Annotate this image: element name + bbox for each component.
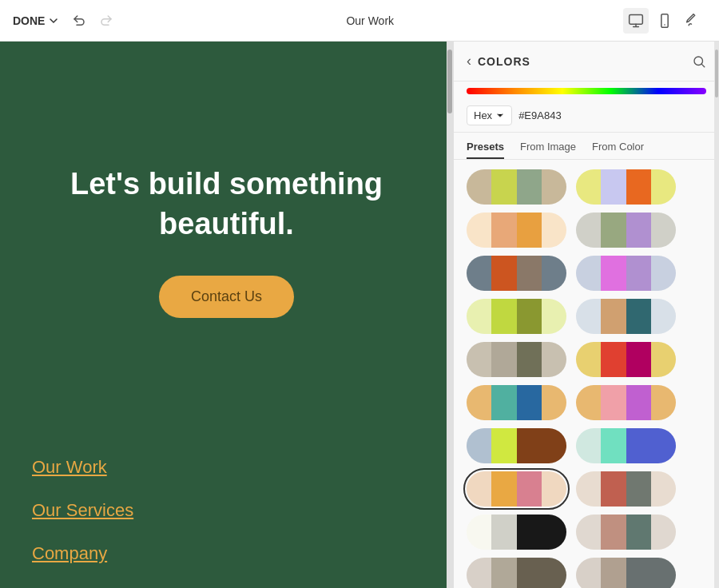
palette-strip-left-4[interactable] xyxy=(467,342,566,377)
tab-from-image[interactable]: From Image xyxy=(520,141,576,159)
palette-color xyxy=(626,428,651,463)
palette-color xyxy=(601,558,626,588)
swatch-row xyxy=(467,256,706,291)
done-button[interactable]: DONE xyxy=(13,14,59,27)
color-tabs: Presets From Image From Color xyxy=(454,133,719,160)
palette-color xyxy=(651,213,676,248)
redo-button[interactable] xyxy=(96,10,117,31)
right-panel-scrollbar[interactable] xyxy=(714,42,719,588)
palette-strip-right-9[interactable] xyxy=(576,558,676,588)
palette-color xyxy=(651,299,676,334)
nav-link-company[interactable]: Company xyxy=(32,543,421,564)
hex-value-display[interactable]: #E9A843 xyxy=(518,109,562,121)
mobile-view-button[interactable] xyxy=(652,8,677,34)
palette-strip-right-7[interactable] xyxy=(576,471,676,507)
palette-color xyxy=(601,256,626,291)
palette-color xyxy=(576,558,601,588)
svg-point-2 xyxy=(664,24,665,26)
palette-color xyxy=(626,169,651,205)
palette-color xyxy=(576,385,601,420)
color-format-select[interactable]: Hex xyxy=(467,105,512,125)
hero-title: Let's build something beautiful. xyxy=(51,165,403,244)
nav-link-our-services[interactable]: Our Services xyxy=(32,500,421,521)
palette-strip-left-5[interactable] xyxy=(467,385,566,420)
back-button[interactable]: ‹ xyxy=(467,53,471,70)
palette-strip-left-2[interactable] xyxy=(467,256,566,291)
palette-strip-right-3[interactable] xyxy=(576,299,676,334)
palette-color xyxy=(517,514,542,550)
search-icon xyxy=(692,54,706,69)
palette-color xyxy=(576,428,601,463)
palette-color xyxy=(542,428,566,463)
search-button[interactable] xyxy=(692,54,706,69)
swatch-row xyxy=(467,385,706,420)
palette-strip-left-6[interactable] xyxy=(467,428,566,463)
gradient-bar[interactable] xyxy=(467,88,706,94)
palette-color xyxy=(576,213,601,248)
palette-color xyxy=(651,471,676,507)
palette-strip-right-1[interactable] xyxy=(576,213,676,248)
palette-strip-right-0[interactable] xyxy=(576,169,676,205)
palette-color xyxy=(491,213,516,248)
palette-color xyxy=(601,213,626,248)
swatch-row xyxy=(467,299,706,334)
palette-color xyxy=(542,299,566,334)
undo-button[interactable] xyxy=(69,10,89,31)
palette-color xyxy=(626,471,651,507)
palette-color xyxy=(576,342,601,377)
colors-panel: ‹ COLORS Hex #E9A843 xyxy=(453,42,719,588)
palette-color xyxy=(651,428,676,463)
palette-strip-left-8[interactable] xyxy=(467,514,566,550)
gradient-bar-container xyxy=(454,81,719,99)
palette-strip-right-8[interactable] xyxy=(576,514,676,550)
undo-icon xyxy=(72,14,86,28)
swatch-row xyxy=(467,428,706,463)
colors-panel-header: ‹ COLORS xyxy=(454,42,719,81)
canvas-scrollbar[interactable] xyxy=(447,42,453,588)
edit-mode-button[interactable] xyxy=(681,8,706,34)
tab-presets[interactable]: Presets xyxy=(467,141,504,159)
desktop-view-button[interactable] xyxy=(623,8,649,34)
palette-color xyxy=(467,385,491,420)
palette-color xyxy=(467,169,491,205)
redo-icon xyxy=(99,14,113,28)
palette-color xyxy=(576,514,601,550)
view-buttons xyxy=(623,8,706,34)
right-panel-scrollbar-thumb xyxy=(715,50,718,97)
palette-color xyxy=(626,514,651,550)
palette-color xyxy=(491,471,516,507)
nav-buttons xyxy=(69,10,117,31)
palette-color xyxy=(467,514,491,550)
palette-color xyxy=(626,213,651,248)
palette-strip-right-4[interactable] xyxy=(576,342,676,377)
swatches-area xyxy=(454,160,719,588)
palette-color xyxy=(601,169,626,205)
palette-strip-right-2[interactable] xyxy=(576,256,676,291)
palette-color xyxy=(542,213,566,248)
palette-color xyxy=(467,299,491,334)
palette-color xyxy=(517,385,542,420)
palette-color xyxy=(467,256,491,291)
swatch-row xyxy=(467,471,706,507)
canvas-content: Let's build something beautiful. Contact… xyxy=(0,42,453,588)
canvas-area: Let's build something beautiful. Contact… xyxy=(0,42,453,588)
palette-color xyxy=(601,385,626,420)
palette-strip-left-0[interactable] xyxy=(467,169,566,205)
nav-link-our-work[interactable]: Our Work xyxy=(32,457,421,478)
nav-links-section: Our Work Our Services Company xyxy=(0,441,453,588)
palette-color xyxy=(517,558,542,588)
palette-strip-left-9[interactable] xyxy=(467,558,566,588)
palette-strip-left-7[interactable] xyxy=(467,471,566,507)
desktop-icon xyxy=(628,13,644,29)
palette-strip-right-6[interactable] xyxy=(576,428,676,463)
palette-strip-left-3[interactable] xyxy=(467,299,566,334)
palette-strip-right-5[interactable] xyxy=(576,385,676,420)
palette-color xyxy=(601,428,626,463)
palette-color xyxy=(467,428,491,463)
tab-from-color[interactable]: From Color xyxy=(592,141,644,159)
back-icon: ‹ xyxy=(467,53,471,70)
hex-label: Hex xyxy=(474,109,492,121)
swatch-row xyxy=(467,169,706,205)
contact-us-button[interactable]: Contact Us xyxy=(159,276,294,318)
palette-strip-left-1[interactable] xyxy=(467,213,566,248)
